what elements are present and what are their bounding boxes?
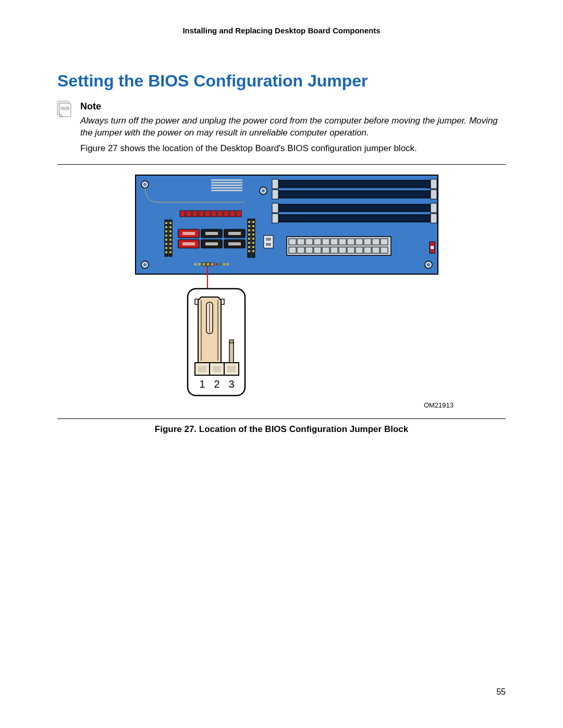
svg-text:1: 1 (199, 378, 205, 390)
svg-point-12 (427, 263, 430, 266)
svg-rect-121 (431, 214, 437, 223)
svg-rect-73 (205, 232, 218, 235)
figure: 1 2 3 OM21913 (57, 170, 506, 409)
svg-rect-110 (276, 180, 433, 188)
svg-point-125 (216, 263, 218, 265)
svg-point-130 (198, 263, 201, 265)
svg-rect-69 (182, 232, 195, 235)
svg-rect-45 (248, 229, 250, 231)
svg-rect-48 (252, 233, 254, 236)
svg-rect-23 (165, 222, 167, 224)
svg-rect-28 (169, 230, 172, 232)
board-diagram: 1 2 3 (109, 170, 454, 404)
svg-rect-113 (276, 191, 433, 198)
svg-rect-64 (217, 211, 223, 217)
svg-rect-123 (206, 263, 210, 266)
svg-rect-27 (165, 230, 167, 232)
svg-text:3: 3 (228, 378, 234, 390)
svg-rect-17 (211, 182, 242, 183)
svg-rect-115 (431, 190, 437, 199)
svg-rect-67 (236, 211, 241, 217)
svg-rect-142 (227, 366, 236, 372)
svg-point-129 (194, 263, 197, 265)
note-heading: Note (80, 101, 506, 112)
svg-rect-124 (211, 263, 214, 266)
svg-rect-21 (165, 220, 168, 256)
svg-rect-20 (211, 190, 242, 191)
section-title: Setting the BIOS Configuration Jumper (57, 71, 506, 91)
svg-rect-25 (165, 226, 167, 228)
svg-rect-111 (272, 179, 278, 189)
figure-rule-top (57, 164, 506, 165)
svg-rect-120 (272, 214, 278, 223)
svg-rect-51 (248, 242, 250, 244)
svg-rect-58 (180, 211, 185, 217)
svg-rect-44 (252, 225, 254, 227)
svg-rect-3 (136, 175, 438, 274)
svg-rect-140 (198, 366, 206, 372)
svg-rect-38 (169, 251, 172, 253)
svg-rect-59 (186, 211, 191, 217)
page: Installing and Replacing Desktop Board C… (0, 0, 563, 728)
figure-rule-bottom (57, 418, 506, 419)
svg-rect-77 (205, 242, 218, 245)
svg-rect-82 (266, 243, 271, 246)
svg-rect-79 (228, 242, 241, 245)
svg-rect-81 (266, 238, 271, 241)
note-block: NOTE Note Always turn off the power and … (55, 100, 506, 155)
svg-rect-71 (182, 242, 195, 245)
svg-point-10 (143, 263, 146, 266)
svg-rect-26 (169, 226, 172, 228)
svg-rect-75 (228, 232, 241, 235)
svg-rect-24 (169, 222, 172, 224)
svg-text:NOTE: NOTE (61, 106, 70, 109)
lead-paragraph: Figure 27 shows the location of the Desk… (80, 142, 506, 155)
svg-point-14 (262, 189, 265, 192)
svg-text:2: 2 (214, 378, 219, 390)
svg-point-126 (219, 263, 222, 265)
svg-rect-19 (211, 187, 242, 189)
svg-rect-55 (248, 250, 250, 252)
svg-rect-118 (431, 203, 437, 213)
page-number: 55 (496, 687, 506, 697)
figure-caption: Figure 27. Location of the BIOS Configur… (57, 424, 506, 435)
svg-rect-61 (199, 211, 204, 217)
figure-om-label: OM21913 (57, 401, 506, 409)
svg-rect-63 (211, 211, 216, 217)
svg-rect-46 (252, 229, 254, 231)
note-body-text: Always turn off the power and unplug the… (80, 115, 506, 139)
svg-rect-34 (169, 243, 172, 245)
svg-rect-52 (252, 242, 254, 244)
svg-rect-32 (169, 239, 172, 241)
svg-rect-66 (230, 211, 235, 217)
svg-rect-35 (165, 247, 167, 249)
svg-point-127 (223, 263, 226, 265)
svg-rect-114 (272, 190, 278, 199)
svg-rect-29 (165, 235, 167, 237)
svg-point-128 (227, 263, 229, 265)
svg-rect-33 (165, 243, 167, 245)
svg-rect-31 (165, 239, 167, 241)
svg-rect-54 (252, 246, 254, 248)
svg-rect-36 (169, 247, 172, 249)
svg-rect-65 (224, 211, 229, 217)
svg-rect-43 (248, 225, 250, 227)
svg-rect-30 (169, 235, 172, 237)
running-header: Installing and Replacing Desktop Board C… (57, 26, 506, 35)
note-icon: NOTE (55, 100, 74, 119)
svg-rect-41 (248, 221, 250, 223)
svg-rect-144 (229, 340, 234, 343)
svg-rect-18 (211, 184, 242, 186)
svg-rect-37 (165, 251, 167, 253)
svg-rect-116 (276, 204, 433, 212)
svg-rect-112 (431, 179, 437, 189)
svg-rect-50 (252, 238, 254, 240)
svg-rect-80 (264, 236, 273, 248)
svg-rect-49 (248, 238, 250, 240)
svg-rect-141 (213, 366, 221, 372)
svg-rect-109 (431, 246, 434, 249)
svg-rect-16 (211, 179, 242, 181)
svg-rect-60 (192, 211, 198, 217)
svg-rect-53 (248, 246, 250, 248)
svg-rect-47 (248, 233, 250, 236)
